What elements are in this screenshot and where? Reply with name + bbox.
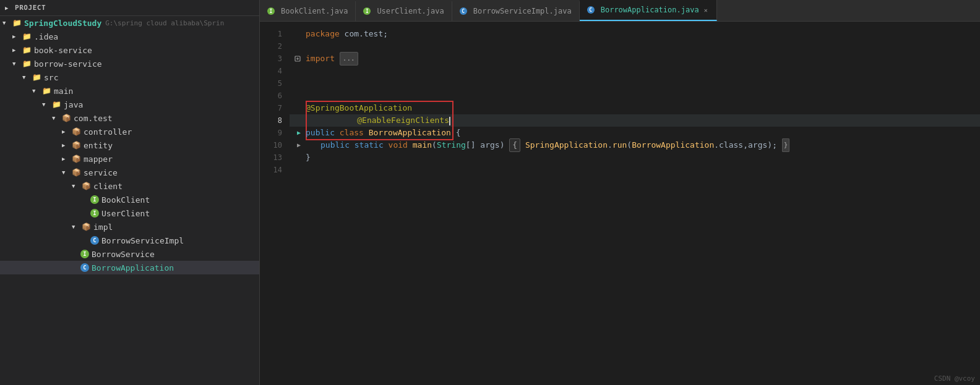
tab-icon-BorrowServiceImpl: C bbox=[460, 7, 467, 15]
tree-item-springcloudstudy[interactable]: 📁 SpringCloudStudy G:\spring cloud aliba… bbox=[0, 16, 259, 30]
watermark: CSDN @vcoy bbox=[934, 374, 975, 383]
package-icon-impl: 📦 bbox=[82, 222, 91, 231]
package-icon-service: 📦 bbox=[72, 168, 81, 177]
expand-icon-idea[interactable] bbox=[12, 33, 20, 40]
root-label: SpringCloudStudy bbox=[24, 19, 101, 28]
expand-icon-entity[interactable] bbox=[62, 142, 69, 149]
code-editor[interactable]: package com.test; import ... bbox=[290, 22, 980, 385]
tree-item-BorrowApplication[interactable]: C BorrowApplication bbox=[0, 261, 259, 274]
class-icon-BorrowServiceImpl: C bbox=[90, 236, 99, 245]
tab-BorrowServiceImpl[interactable]: C BorrowServiceImpl.java bbox=[452, 1, 580, 21]
keyword-package: package bbox=[306, 28, 340, 40]
expand-icon-root[interactable] bbox=[2, 19, 10, 27]
expand-icon-controller[interactable] bbox=[62, 128, 69, 135]
expand-icon-main[interactable] bbox=[32, 87, 40, 95]
line-num-14: 14 bbox=[260, 164, 290, 176]
tree-item-java[interactable]: 📁 java bbox=[0, 98, 259, 111]
src-label: src bbox=[44, 73, 58, 82]
tree-item-BookClient[interactable]: I BookClient bbox=[0, 193, 259, 206]
tab-icon-BorrowApplication: C bbox=[587, 6, 595, 14]
line-num-7: 7 bbox=[260, 102, 290, 114]
package-icon-mapper: 📦 bbox=[72, 154, 81, 163]
expand-import[interactable] bbox=[294, 56, 306, 62]
run-button[interactable]: ▶ bbox=[294, 129, 303, 137]
line-numbers: 1 2 3 4 5 6 7 8 9 10 13 14 bbox=[260, 22, 290, 385]
package-icon-com-test: 📦 bbox=[62, 114, 71, 122]
tree-item-entity[interactable]: 📦 entity bbox=[0, 138, 259, 152]
method-collapse: { bbox=[509, 138, 520, 152]
tree-item-BorrowService[interactable]: I BorrowService bbox=[0, 247, 259, 261]
tree-item-client[interactable]: 📦 client bbox=[0, 179, 259, 193]
expand-icon-client[interactable] bbox=[72, 182, 79, 190]
space6 bbox=[520, 139, 525, 151]
folder-icon-borrow-service: 📁 bbox=[22, 59, 32, 68]
expand-icon-service[interactable] bbox=[62, 169, 69, 176]
space2 bbox=[364, 127, 369, 139]
expand-icon-com-test[interactable] bbox=[52, 114, 59, 122]
sidebar-header: Project bbox=[0, 0, 259, 16]
code-container: 1 2 3 4 5 6 7 8 9 10 13 14 package com.t… bbox=[260, 22, 980, 385]
project-sidebar: Project 📁 SpringCloudStudy G:\spring clo… bbox=[0, 0, 260, 385]
tree-item-service[interactable]: 📦 service bbox=[0, 166, 259, 179]
tab-BorrowApplication[interactable]: C BorrowApplication.java ✕ bbox=[580, 0, 717, 21]
BorrowApplication-label: BorrowApplication bbox=[92, 263, 174, 273]
UserClient-label: UserClient bbox=[101, 209, 150, 218]
run-args: ( bbox=[627, 139, 632, 151]
tab-UserClient[interactable]: I UserClient.java bbox=[356, 1, 452, 21]
tree-item-UserClient[interactable]: I UserClient bbox=[0, 206, 259, 220]
code-line-2 bbox=[290, 40, 980, 53]
line-num-4: 4 bbox=[260, 65, 290, 77]
expand-icon-impl[interactable] bbox=[72, 223, 79, 231]
line-num-2: 2 bbox=[260, 40, 290, 53]
tree-item-book-service[interactable]: 📁 book-service bbox=[0, 43, 259, 57]
class-literal: .class,args); bbox=[714, 139, 782, 151]
expand-icon-java[interactable] bbox=[42, 101, 49, 108]
code-line-6 bbox=[290, 90, 980, 102]
space5 bbox=[408, 139, 413, 151]
expand-icon-book-service[interactable] bbox=[12, 46, 20, 54]
folder-icon-java: 📁 bbox=[52, 100, 61, 109]
package-icon-entity: 📦 bbox=[72, 141, 81, 150]
java-label: java bbox=[64, 100, 83, 109]
method-run: run bbox=[612, 139, 627, 151]
tree-item-src[interactable]: 📁 src bbox=[0, 70, 259, 84]
mapper-label: mapper bbox=[84, 154, 113, 164]
expand-icon-borrow-service[interactable] bbox=[12, 60, 20, 67]
tree-item-borrow-service[interactable]: 📁 borrow-service bbox=[0, 57, 259, 70]
tree-item-com-test[interactable]: 📦 com.test bbox=[0, 111, 259, 125]
controller-label: controller bbox=[84, 127, 132, 137]
keyword-public2: public bbox=[320, 139, 350, 151]
tab-BookClient[interactable]: I BookClient.java bbox=[260, 1, 356, 21]
tree-item-main[interactable]: 📁 main bbox=[0, 84, 259, 98]
tree-item-impl[interactable]: 📦 impl bbox=[0, 220, 259, 234]
tree-item-idea[interactable]: 📁 .idea bbox=[0, 30, 259, 43]
tree-item-mapper[interactable]: 📦 mapper bbox=[0, 152, 259, 166]
keyword-void: void bbox=[389, 139, 408, 151]
tab-close-BorrowApplication[interactable]: ✕ bbox=[703, 6, 709, 15]
expand-method[interactable]: ▶ bbox=[294, 141, 303, 150]
expand-icon-mapper[interactable] bbox=[62, 155, 69, 163]
param-type-String: String bbox=[437, 139, 466, 151]
tree-item-controller[interactable]: 📦 controller bbox=[0, 125, 259, 138]
borrow-service-label: borrow-service bbox=[34, 59, 102, 69]
interface-icon-BorrowService: I bbox=[80, 250, 89, 258]
package-name: com.test; bbox=[340, 28, 388, 40]
sidebar-collapse-icon[interactable] bbox=[5, 4, 12, 12]
tab-label-BorrowServiceImpl: BorrowServiceImpl.java bbox=[473, 7, 572, 15]
code-line-14 bbox=[290, 164, 980, 176]
cursor bbox=[449, 117, 450, 125]
tree-item-BorrowServiceImpl[interactable]: C BorrowServiceImpl bbox=[0, 234, 259, 247]
expand-icon-src[interactable] bbox=[22, 74, 30, 81]
code-line-10: ▶ public static void main ( String [] ar… bbox=[290, 139, 980, 151]
module-icon: 📁 bbox=[12, 19, 22, 27]
import-dots bbox=[335, 53, 340, 65]
impl-label: impl bbox=[93, 222, 113, 232]
BorrowServiceImpl-label: BorrowServiceImpl bbox=[101, 236, 184, 245]
service-label: service bbox=[84, 168, 118, 177]
class-icon-BorrowApplication: C bbox=[80, 263, 89, 272]
space4 bbox=[384, 139, 389, 151]
line-num-10: 10 bbox=[260, 139, 290, 151]
code-line-5 bbox=[290, 77, 980, 90]
line-num-6: 6 bbox=[260, 90, 290, 102]
line-num-3: 3 bbox=[260, 53, 290, 65]
